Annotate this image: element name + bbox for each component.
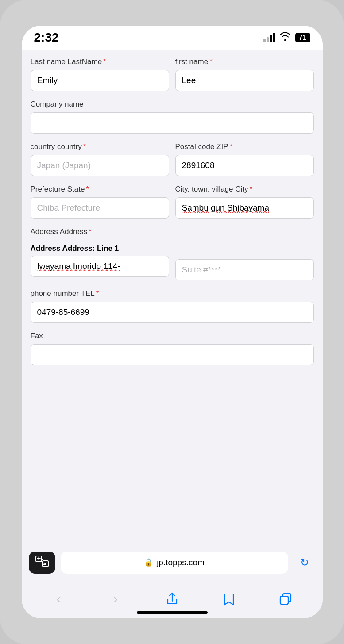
last-name-input[interactable] [31,70,169,91]
address-line1-group: Address Address: Line 1 [31,243,169,280]
reload-button[interactable]: ↻ [294,552,316,574]
fax-group: Fax [31,332,314,365]
fax-input[interactable] [31,344,314,365]
form-section: Last name LastName* first name* Compa [31,58,314,365]
first-name-input[interactable] [175,70,314,91]
phone-shell: 2:32 71 [0,0,344,644]
name-row: Last name LastName* first name* [31,58,314,91]
bookmarks-icon [223,592,235,606]
status-time: 2:32 [34,31,59,45]
phone-input[interactable] [31,302,314,323]
last-name-group: Last name LastName* [31,58,169,91]
forward-button[interactable]: › [102,588,129,610]
fax-label: Fax [31,332,314,341]
back-button[interactable]: ‹ [46,588,72,610]
prefecture-input[interactable] [31,197,169,218]
main-content[interactable]: Last name LastName* first name* Compa [22,50,323,546]
address-line2-input[interactable] [175,259,314,280]
zip-input[interactable] [175,155,314,176]
url-bar[interactable]: 🔒 jp.topps.com [61,552,288,574]
battery-icon: 71 [295,33,310,42]
prefecture-label: Prefecture State* [31,185,169,194]
translate-icon [35,555,49,570]
url-text: jp.topps.com [157,558,205,567]
address-group: Address Address* [31,227,314,240]
country-label: country country* [31,142,169,151]
signal-icon [263,33,275,42]
tabs-icon [279,593,292,605]
phone-screen: 2:32 71 [22,26,323,618]
bookmarks-button[interactable] [216,588,242,610]
first-name-label: first name* [175,58,314,66]
status-icons: 71 [263,32,310,43]
country-group: country country* [31,142,169,176]
back-icon: ‹ [56,590,61,607]
forward-icon: › [113,590,118,607]
fax-row: Fax [31,332,314,365]
last-name-label: Last name LastName* [31,58,169,66]
address-sublabel: Address Address: Line 1 [31,244,169,253]
city-input[interactable] [175,197,314,218]
company-input[interactable] [31,112,314,134]
company-group: Company name [31,100,314,134]
zip-group: Postal code ZIP* [175,142,314,176]
translate-button[interactable] [29,552,55,574]
lock-icon: 🔒 [144,558,153,567]
first-name-group: first name* [175,58,314,91]
svg-rect-3 [280,596,288,604]
phone-row: phone number TEL* [31,289,314,323]
country-input[interactable] [31,155,169,176]
prefecture-city-row: Prefecture State* City, town, village Ci… [31,185,314,218]
address-row: Address Address* [31,227,314,240]
status-bar: 2:32 71 [22,26,323,50]
prefecture-group: Prefecture State* [31,185,169,218]
browser-bar: 🔒 jp.topps.com ↻ [22,546,323,579]
address-line2-group [175,243,314,280]
company-label: Company name [31,100,314,109]
share-icon [166,592,178,606]
country-zip-row: country country* Postal code ZIP* [31,142,314,176]
wifi-icon [279,32,291,43]
tabs-button[interactable] [272,588,299,610]
city-group: City, town, village City* [175,185,314,218]
home-indicator [137,611,208,614]
phone-label: phone number TEL* [31,289,314,298]
phone-group: phone number TEL* [31,289,314,323]
address-fields-row: Address Address: Line 1 [31,243,314,280]
address-line1-input[interactable] [31,256,169,277]
city-label: City, town, village City* [175,185,314,194]
share-button[interactable] [159,588,186,610]
zip-label: Postal code ZIP* [175,142,314,151]
address-label: Address Address* [31,227,314,236]
company-row: Company name [31,100,314,134]
reload-icon: ↻ [300,556,309,569]
